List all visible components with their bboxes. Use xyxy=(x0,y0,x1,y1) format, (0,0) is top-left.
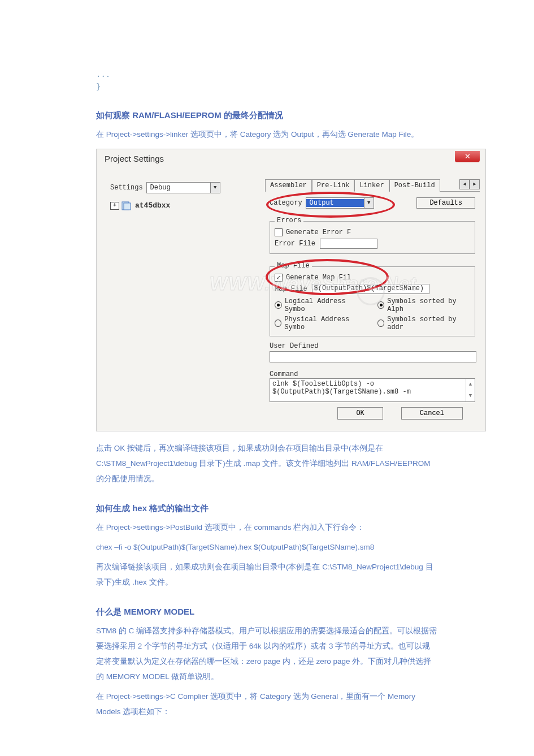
tab-prelink[interactable]: Pre-Link xyxy=(312,179,355,192)
radio-sorted-alpha[interactable]: Symbols sorted by Alph xyxy=(377,297,470,313)
radio-icon xyxy=(275,301,282,309)
command-value: clnk $(ToolsetLibOpts) -o $(OutputPath)$… xyxy=(272,380,411,396)
paragraph: 再次编译链接该项目，如果成功则会在项目输出目录中(本例是在 C:\STM8_Ne… xyxy=(96,559,438,590)
user-defined-label: User Defined xyxy=(270,342,475,350)
command-label: Command xyxy=(270,370,475,378)
radio-icon xyxy=(275,319,281,327)
chevron-down-icon: ▼ xyxy=(210,183,220,193)
category-value: Output xyxy=(306,199,364,207)
settings-label: Settings xyxy=(110,184,143,192)
svg-rect-1 xyxy=(124,203,131,210)
project-settings-dialog: Project Settings ✕ Settings Debug ▼ + at… xyxy=(96,149,486,431)
error-file-input[interactable] xyxy=(320,239,377,249)
watermark-text: WWW.WaveShare.Net xyxy=(208,273,419,295)
category-dropdown[interactable]: Output ▼ xyxy=(306,197,374,209)
tab-scroll-left[interactable]: ◀ xyxy=(459,179,470,189)
category-label: Category xyxy=(270,199,302,207)
paragraph: 点击 OK 按键后，再次编译链接该项目，如果成功则会在项目输出目录中(本例是在 … xyxy=(96,440,438,486)
category-row: Category Output ▼ Defaults xyxy=(270,197,475,209)
tree-item-label: at45dbxx xyxy=(135,201,170,210)
close-button[interactable]: ✕ xyxy=(455,151,480,162)
command-section: Command clnk $(ToolsetLibOpts) -o $(Outp… xyxy=(270,370,475,402)
section-title-hex: 如何生成 hex 格式的输出文件 xyxy=(96,503,438,514)
dialog-title: Project Settings xyxy=(105,154,164,163)
paragraph: 在 Project->settings->linker 选项页中，将 Categ… xyxy=(96,127,438,142)
tree-expand-icon[interactable]: + xyxy=(110,202,119,210)
section-title-memory-model: 什么是 MEMORY MODEL xyxy=(96,607,438,617)
tab-postbuild[interactable]: Post-Build xyxy=(389,179,440,192)
tree-project-icon xyxy=(121,201,132,210)
error-file-label: Error File xyxy=(275,240,315,248)
user-defined-section: User Defined xyxy=(270,342,475,365)
errors-legend: Errors xyxy=(275,217,303,224)
tab-bar: Assembler Pre-Link Linker Post-Build ◀ ▶ xyxy=(265,179,480,192)
paragraph: 在 Project->settings->C Complier 选项页中，将 C… xyxy=(96,689,438,719)
mapfile-legend: Map File xyxy=(275,262,312,270)
settings-combo-row: Settings Debug ▼ xyxy=(110,182,257,193)
ok-button[interactable]: OK xyxy=(337,407,383,420)
code-block: ... } xyxy=(96,68,438,93)
user-defined-input[interactable] xyxy=(270,351,476,362)
generate-error-label: Generate Error F xyxy=(286,228,351,236)
close-icon: ✕ xyxy=(464,152,471,161)
scrollbar[interactable]: ▲▼ xyxy=(466,379,475,401)
code-line: ... xyxy=(96,68,438,80)
command-textarea[interactable]: clnk $(ToolsetLibOpts) -o $(OutputPath)$… xyxy=(270,378,475,402)
tab-scroll-right[interactable]: ▶ xyxy=(470,179,480,189)
paragraph: STM8 的 C 编译器支持多种存储器模式。用户可以根据应用的需要选择最适合的配… xyxy=(96,623,438,684)
settings-value: Debug xyxy=(147,184,210,192)
radio-logical[interactable]: Logical Address Symbo xyxy=(275,297,367,313)
chevron-down-icon: ▼ xyxy=(364,198,374,208)
scroll-up-icon: ▲ xyxy=(466,379,475,390)
tab-linker[interactable]: Linker xyxy=(354,179,389,192)
paragraph: 在 Project->settings->PostBuild 选项页中，在 co… xyxy=(96,520,438,535)
generate-error-checkbox[interactable] xyxy=(275,228,283,236)
project-tree-item[interactable]: + at45dbxx xyxy=(110,201,257,210)
settings-dropdown[interactable]: Debug ▼ xyxy=(146,182,220,193)
scroll-down-icon: ▼ xyxy=(466,390,475,401)
radio-sorted-addr[interactable]: Symbols sorted by addr xyxy=(377,316,470,331)
section-title-ram: 如何观察 RAM/FLASH/EEPROM 的最终分配情况 xyxy=(96,110,438,121)
code-line: } xyxy=(96,80,438,93)
tab-assembler[interactable]: Assembler xyxy=(265,179,312,192)
radio-icon xyxy=(377,319,384,327)
defaults-button[interactable]: Defaults xyxy=(416,197,475,209)
cancel-button[interactable]: Cancel xyxy=(401,407,463,420)
errors-fieldset: Errors Generate Error F Error File xyxy=(270,221,475,254)
command-text: chex –fi -o $(OutputPath)$(TargetSName).… xyxy=(96,539,438,555)
watermark-badge-icon xyxy=(357,277,385,305)
radio-physical[interactable]: Physical Address Symbo xyxy=(275,316,367,331)
